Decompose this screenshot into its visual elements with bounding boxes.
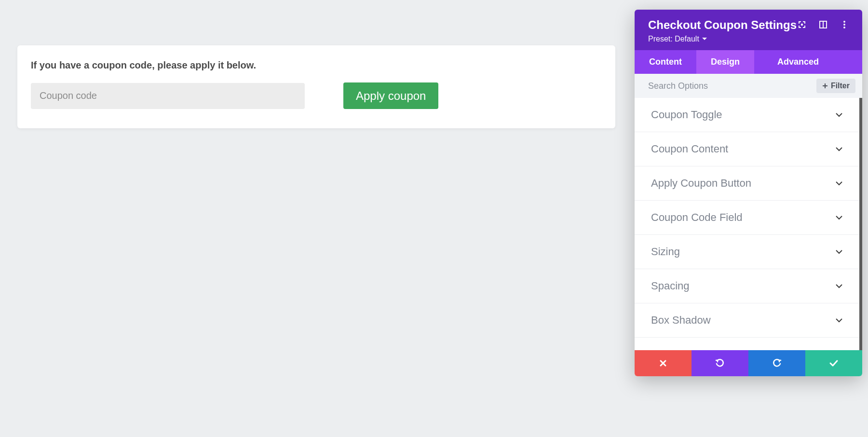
- panel-header: Checkout Coupon Settings Preset: Default: [635, 10, 862, 50]
- tab-content[interactable]: Content: [635, 50, 696, 74]
- chevron-down-icon: [835, 147, 843, 151]
- coupon-prompt: If you have a coupon code, please apply …: [31, 60, 602, 71]
- option-label: Apply Coupon Button: [651, 177, 751, 190]
- search-options-row: Search Options Filter: [635, 74, 862, 98]
- columns-icon[interactable]: [819, 20, 827, 29]
- option-label: Coupon Toggle: [651, 109, 722, 121]
- tab-design[interactable]: Design: [696, 50, 754, 74]
- svg-point-5: [843, 27, 845, 28]
- svg-point-3: [843, 21, 845, 23]
- option-coupon-code-field[interactable]: Coupon Code Field: [635, 201, 859, 235]
- chevron-down-icon: [835, 249, 843, 254]
- plus-icon: [822, 83, 828, 89]
- caret-down-icon: [702, 38, 707, 41]
- close-icon: [659, 359, 667, 367]
- redo-button[interactable]: [748, 350, 805, 376]
- search-options-input[interactable]: Search Options: [648, 81, 816, 91]
- panel-tabs: Content Design Advanced: [635, 50, 862, 74]
- option-box-shadow[interactable]: Box Shadow: [635, 303, 859, 338]
- svg-rect-0: [801, 24, 803, 26]
- coupon-row: Apply coupon: [31, 82, 602, 109]
- option-coupon-toggle[interactable]: Coupon Toggle: [635, 98, 859, 132]
- option-label: Coupon Content: [651, 143, 728, 155]
- svg-point-4: [843, 24, 845, 26]
- undo-button[interactable]: [692, 350, 748, 376]
- chevron-down-icon: [835, 112, 843, 117]
- coupon-card: If you have a coupon code, please apply …: [17, 45, 615, 128]
- redo-icon: [772, 358, 782, 368]
- panel-title: Checkout Coupon Settings: [648, 18, 798, 32]
- cancel-button[interactable]: [635, 350, 692, 376]
- option-label: Spacing: [651, 280, 690, 292]
- panel-footer: [635, 350, 862, 376]
- option-sizing[interactable]: Sizing: [635, 235, 859, 269]
- option-label: Coupon Code Field: [651, 211, 743, 224]
- confirm-button[interactable]: [805, 350, 862, 376]
- panel-header-icons: [798, 20, 849, 29]
- preset-selector[interactable]: Preset: Default: [648, 35, 707, 43]
- expand-icon[interactable]: [798, 20, 806, 29]
- settings-panel: Checkout Coupon Settings Preset: Default: [635, 10, 862, 376]
- panel-header-left: Checkout Coupon Settings Preset: Default: [648, 18, 798, 43]
- apply-coupon-button[interactable]: Apply coupon: [343, 82, 438, 109]
- option-label: Box Shadow: [651, 314, 711, 327]
- tab-advanced[interactable]: Advanced: [763, 50, 833, 74]
- undo-icon: [715, 358, 725, 368]
- option-spacing[interactable]: Spacing: [635, 269, 859, 303]
- coupon-code-input[interactable]: [31, 83, 305, 109]
- option-apply-coupon-button[interactable]: Apply Coupon Button: [635, 166, 859, 201]
- option-coupon-content[interactable]: Coupon Content: [635, 132, 859, 166]
- preset-label: Preset: Default: [648, 35, 699, 43]
- chevron-down-icon: [835, 318, 843, 323]
- options-list[interactable]: Coupon Toggle Coupon Content Apply Coupo…: [635, 98, 862, 350]
- filter-button[interactable]: Filter: [816, 79, 855, 93]
- chevron-down-icon: [835, 215, 843, 220]
- chevron-down-icon: [835, 284, 843, 288]
- check-icon: [829, 359, 839, 367]
- chevron-down-icon: [835, 181, 843, 186]
- option-label: Sizing: [651, 246, 680, 258]
- filter-label: Filter: [831, 82, 850, 90]
- more-vert-icon[interactable]: [840, 20, 849, 29]
